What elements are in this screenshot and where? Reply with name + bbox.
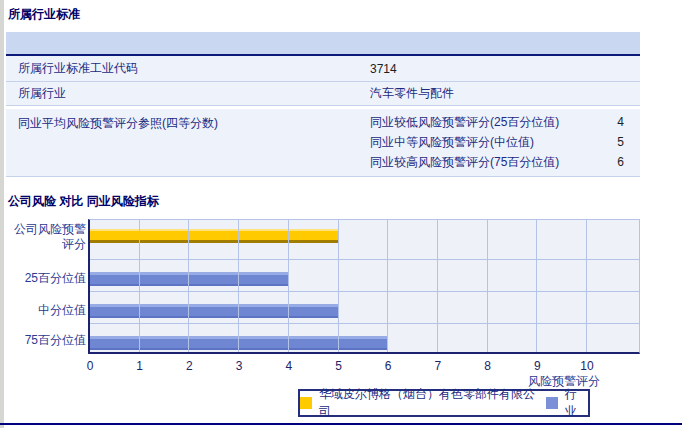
peer-low-value: 4 bbox=[594, 115, 640, 129]
peer-median-value: 5 bbox=[594, 135, 640, 149]
vertical-gridline bbox=[586, 220, 587, 352]
vertical-gridline bbox=[437, 220, 438, 352]
section-title-risk-comparison: 公司风险 对比 同业风险指标 bbox=[8, 193, 159, 210]
vertical-gridline bbox=[188, 220, 189, 352]
industry-legend-swatch-icon bbox=[546, 397, 558, 409]
vertical-gridline bbox=[238, 220, 239, 352]
section-title-industry-standard: 所属行业标准 bbox=[8, 6, 80, 23]
vertical-gridline bbox=[288, 220, 289, 352]
y-category-median: 中分位值 bbox=[6, 303, 86, 318]
vertical-gridline bbox=[536, 220, 537, 352]
x-tick-label: 3 bbox=[226, 359, 252, 373]
vertical-gridline bbox=[387, 220, 388, 352]
table-header-bar bbox=[6, 32, 640, 56]
table-row-industry: 所属行业 汽车零件与配件 bbox=[6, 82, 640, 106]
peer-average-label: 同业平均风险预警评分参照(四等分数) bbox=[6, 112, 370, 132]
x-tick-label: 8 bbox=[475, 359, 501, 373]
window-left-border bbox=[0, 0, 4, 428]
x-tick-label: 2 bbox=[176, 359, 202, 373]
vertical-gridline bbox=[338, 220, 339, 352]
table-row: 同业较低风险预警评分(25百分位值) 4 bbox=[370, 112, 640, 132]
page-bottom-divider bbox=[0, 423, 682, 425]
company-legend-label: 华域皮尔博格（烟台）有色零部件有限公司 bbox=[319, 386, 539, 420]
y-category-company-score: 公司风险预警评分 bbox=[6, 222, 86, 252]
bar-chart-plot-area bbox=[88, 219, 640, 354]
table-row-peer-scores: 同业平均风险预警评分参照(四等分数) 同业较低风险预警评分(25百分位值) 4 … bbox=[6, 109, 640, 177]
row-separator-gridline bbox=[90, 259, 639, 260]
peer-high-label: 同业较高风险预警评分(75百分位值) bbox=[370, 154, 594, 171]
x-tick-label: 0 bbox=[77, 359, 103, 373]
median-industry-bar bbox=[90, 304, 339, 318]
industry-standard-table: 所属行业标准工业代码 3714 所属行业 汽车零件与配件 同业平均风险预警评分参… bbox=[6, 32, 640, 177]
x-tick-label: 1 bbox=[127, 359, 153, 373]
p75-industry-bar bbox=[90, 336, 388, 350]
industry-label: 所属行业 bbox=[6, 85, 370, 102]
vertical-gridline bbox=[139, 220, 140, 352]
x-axis-tick-labels: 012345678910 bbox=[88, 359, 640, 373]
table-row: 同业中等风险预警评分(中位值) 5 bbox=[370, 132, 640, 152]
x-tick-label: 9 bbox=[524, 359, 550, 373]
sic-code-label: 所属行业标准工业代码 bbox=[6, 60, 370, 77]
table-row: 同业较高风险预警评分(75百分位值) 6 bbox=[370, 152, 640, 172]
p25-industry-bar bbox=[90, 272, 289, 286]
sic-code-value: 3714 bbox=[370, 62, 640, 76]
table-row-sic-code: 所属行业标准工业代码 3714 bbox=[6, 56, 640, 82]
x-tick-label: 5 bbox=[326, 359, 352, 373]
y-category-75th-percentile: 75百分位值 bbox=[6, 333, 86, 348]
peer-sub-table: 同业较低风险预警评分(25百分位值) 4 同业中等风险预警评分(中位值) 5 同… bbox=[370, 112, 640, 172]
x-tick-label: 7 bbox=[425, 359, 451, 373]
industry-value: 汽车零件与配件 bbox=[370, 85, 640, 102]
x-tick-label: 4 bbox=[276, 359, 302, 373]
company-score-bar bbox=[90, 229, 339, 243]
peer-median-label: 同业中等风险预警评分(中位值) bbox=[370, 134, 594, 151]
y-category-25th-percentile: 25百分位值 bbox=[6, 271, 86, 286]
industry-legend-label: 行业 bbox=[565, 386, 588, 420]
row-separator-gridline bbox=[90, 291, 639, 292]
x-tick-label: 6 bbox=[375, 359, 401, 373]
x-tick-label: 10 bbox=[574, 359, 600, 373]
row-separator-gridline bbox=[90, 323, 639, 324]
company-legend-swatch-icon bbox=[300, 397, 312, 409]
peer-high-value: 6 bbox=[594, 155, 640, 169]
vertical-gridline bbox=[487, 220, 488, 352]
peer-low-label: 同业较低风险预警评分(25百分位值) bbox=[370, 114, 594, 131]
chart-legend: 华域皮尔博格（烟台）有色零部件有限公司 行业 bbox=[298, 389, 590, 417]
